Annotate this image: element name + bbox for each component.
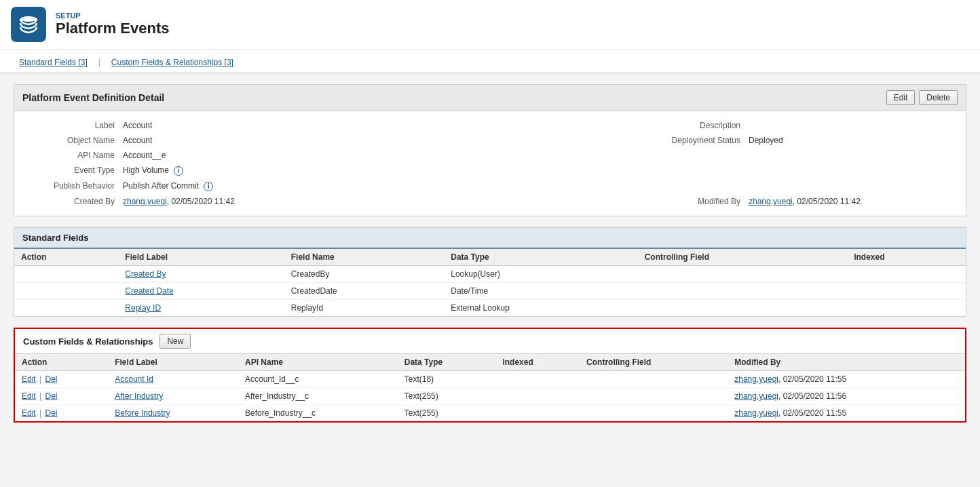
edit-button[interactable]: Edit [886,90,916,105]
cf-field-label-1: After Industry [108,388,238,405]
sf-field-label-0: Created By [118,266,284,283]
created-by-label: Created By [14,197,123,206]
svg-point-0 [20,16,37,22]
cf-edit-link-1[interactable]: Edit [22,391,36,401]
setup-label: SETUP [56,12,170,20]
event-type-info-icon[interactable]: i [174,166,183,176]
cf-indexed-1 [495,388,580,405]
standard-fields-section: Standard Fields Action Field Label Field… [14,227,966,317]
sf-controlling-2 [638,300,847,317]
cf-api-name-0: Account_Id__c [238,371,398,388]
cf-api-name-2: Before_Industry__c [238,405,398,422]
sf-controlling-0 [638,266,847,283]
cf-modified-by-link-0[interactable]: zhang.yueqi [734,374,778,384]
custom-col-modified-by: Modified By [728,354,965,371]
custom-fields-header: Custom Fields & Relationships New [15,329,965,354]
publish-behavior-value: Publish After Commit i [123,181,966,191]
app-title-block: SETUP Platform Events [56,12,170,37]
label-row: Label Account Description [14,118,966,133]
cf-del-link-0[interactable]: Del [45,374,58,384]
modified-by-link[interactable]: zhang.yueqi [749,197,793,206]
table-row: Created By CreatedBy Lookup(User) [14,266,966,283]
cf-action-1: Edit | Del [15,388,108,405]
modified-by-value: zhang.yueqi, 02/05/2020 11:42 [749,197,966,206]
cf-field-label-0: Account Id [108,371,238,388]
custom-col-data-type: Data Type [398,354,496,371]
custom-col-api-name: API Name [238,354,398,371]
cf-del-link-2[interactable]: Del [45,408,58,418]
tab-separator: | [96,54,103,73]
col-indexed: Indexed [847,249,966,266]
cf-modified-by-1: zhang.yueqi, 02/05/2020 11:56 [728,388,965,405]
publish-behavior-label: Publish Behavior [14,181,123,191]
cf-modified-by-2: zhang.yueqi, 02/05/2020 11:55 [728,405,965,422]
standard-fields-table: Action Field Label Field Name Data Type … [14,249,966,316]
label-field-value: Account [123,121,626,130]
label-field-label: Label [14,121,123,130]
api-name-value: Account__e [123,151,966,160]
standard-fields-header: Standard Fields [14,228,966,249]
event-type-row: Event Type High Volume i [14,163,966,178]
table-row: Edit | Del Account Id Account_Id__c Text… [15,371,965,388]
custom-col-controlling-field: Controlling Field [580,354,728,371]
description-label: Description [626,121,749,130]
table-row: Edit | Del After Industry After_Industry… [15,388,965,405]
cf-field-label-link-0[interactable]: Account Id [115,374,153,384]
detail-form: Label Account Description Object Name Ac… [14,111,966,216]
modified-by-label: Modified By [626,197,749,206]
publish-behavior-info-icon[interactable]: i [204,182,213,191]
custom-col-indexed: Indexed [495,354,580,371]
created-by-link[interactable]: zhang.yueqi [123,197,167,206]
tab-custom-fields[interactable]: Custom Fields & Relationships [3] [103,54,242,73]
cf-del-link-1[interactable]: Del [45,391,58,401]
api-name-label: API Name [14,151,123,160]
sf-field-label-link-1[interactable]: Created Date [125,286,173,296]
cf-modified-by-link-2[interactable]: zhang.yueqi [734,408,778,418]
description-value [749,121,966,130]
sf-field-label-2: Replay ID [118,300,284,317]
modified-by-row-right: Modified By zhang.yueqi, 02/05/2020 11:4… [626,197,966,206]
detail-section: Platform Event Definition Detail Edit De… [14,84,966,216]
cf-action-0: Edit | Del [15,371,108,388]
object-name-row: Object Name Account Deployment Status De… [14,133,966,148]
cf-field-label-link-1[interactable]: After Industry [115,391,163,401]
cf-edit-link-0[interactable]: Edit [22,374,36,384]
cf-data-type-1: Text(255) [398,388,496,405]
sf-field-label-link-0[interactable]: Created By [125,269,166,279]
custom-fields-table: Action Field Label API Name Data Type In… [15,354,965,421]
app-icon [11,7,46,42]
description-row-right: Description [626,121,966,130]
sf-indexed-0 [847,266,966,283]
col-field-name: Field Name [284,249,444,266]
app-header: SETUP Platform Events [0,0,980,50]
detail-section-header: Platform Event Definition Detail Edit De… [14,85,966,111]
sf-field-label-link-2[interactable]: Replay ID [125,303,161,313]
sf-data-type-0: Lookup(User) [444,266,637,283]
cf-controlling-0 [580,371,728,388]
cf-data-type-0: Text(18) [398,371,496,388]
standard-fields-thead-row: Action Field Label Field Name Data Type … [14,249,966,266]
sf-indexed-2 [847,300,966,317]
cf-modified-by-link-1[interactable]: zhang.yueqi [734,391,778,401]
object-name-label: Object Name [14,136,123,145]
publish-behavior-row: Publish Behavior Publish After Commit i [14,178,966,194]
cf-modified-by-0: zhang.yueqi, 02/05/2020 11:55 [728,371,965,388]
cf-field-label-link-2[interactable]: Before Industry [115,408,170,418]
detail-section-actions: Edit Delete [886,90,958,105]
cf-indexed-2 [495,405,580,422]
sf-action-2 [14,300,118,317]
nav-tabs: Standard Fields [3] | Custom Fields & Re… [0,50,980,73]
cf-edit-link-2[interactable]: Edit [22,408,36,418]
detail-section-title: Platform Event Definition Detail [22,92,164,103]
new-button[interactable]: New [159,334,191,349]
object-name-value: Account [123,136,626,145]
custom-fields-thead-row: Action Field Label API Name Data Type In… [15,354,965,371]
custom-col-action: Action [15,354,108,371]
delete-button[interactable]: Delete [919,90,958,105]
sf-field-label-1: Created Date [118,283,284,300]
cf-data-type-2: Text(255) [398,405,496,422]
deployment-status-row-right: Deployment Status Deployed [626,136,966,145]
sf-field-name-1: CreatedDate [284,283,444,300]
cf-controlling-1 [580,388,728,405]
tab-standard-fields[interactable]: Standard Fields [3] [11,54,96,73]
